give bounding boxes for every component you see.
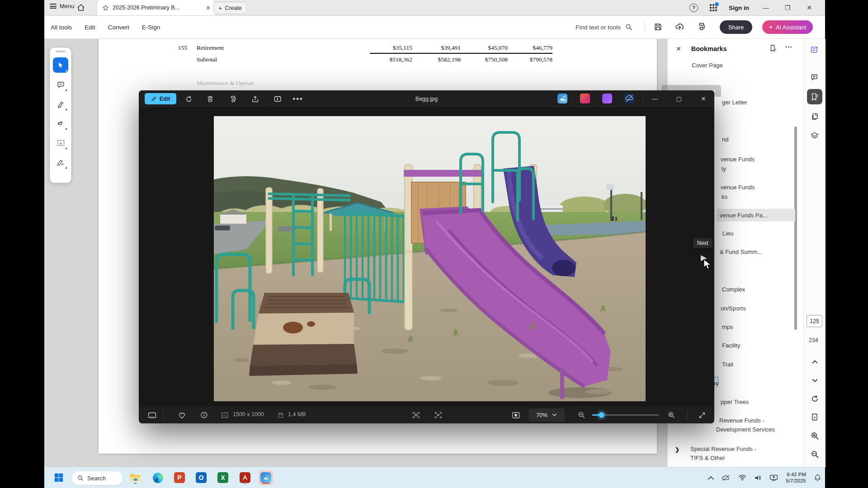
designer-app-icon[interactable] bbox=[580, 94, 590, 103]
text-extract-icon[interactable] bbox=[432, 409, 444, 421]
acrobat-minimize-button[interactable]: — bbox=[761, 4, 771, 11]
slideshow-button[interactable] bbox=[271, 93, 284, 105]
sign-in-button[interactable]: Sign in bbox=[729, 5, 749, 11]
bookmark-item[interactable]: on/Sports bbox=[721, 305, 746, 312]
onedrive-paused-icon[interactable] bbox=[722, 474, 731, 481]
add-bookmark-icon[interactable] bbox=[769, 44, 777, 52]
select-tool-button[interactable] bbox=[53, 57, 68, 73]
apps-waffle-icon[interactable] bbox=[710, 4, 717, 11]
photos-edit-button[interactable]: Edit bbox=[145, 93, 176, 104]
zoom-level-dropdown[interactable]: 70% bbox=[528, 408, 565, 422]
highlight-tool-button[interactable] bbox=[53, 96, 68, 112]
tray-chevron-up-icon[interactable] bbox=[708, 476, 714, 480]
sign-tool-button[interactable] bbox=[53, 155, 68, 170]
help-icon[interactable]: ? bbox=[689, 4, 698, 12]
bookmark-item[interactable]: & Fund Summ... bbox=[720, 249, 762, 255]
convert-tab[interactable]: Convert bbox=[108, 24, 129, 31]
photos-app-icon[interactable] bbox=[557, 94, 567, 103]
bookmark-item[interactable]: TIFS & Other bbox=[690, 455, 725, 461]
pages-icon[interactable] bbox=[807, 109, 822, 124]
zoom-slider-knob[interactable] bbox=[599, 412, 604, 418]
bookmarks-scrollbar[interactable] bbox=[794, 127, 797, 330]
notification-bell-icon[interactable] bbox=[814, 474, 821, 482]
all-tools-tab[interactable]: All tools bbox=[51, 24, 72, 31]
bookmarks-more-icon[interactable]: ⋯ bbox=[785, 42, 793, 51]
ai-summary-icon[interactable] bbox=[807, 42, 822, 57]
bookmark-item[interactable]: ty bbox=[722, 165, 726, 172]
taskbar-file-explorer[interactable] bbox=[128, 470, 142, 485]
bookmark-item[interactable]: Facility bbox=[722, 342, 740, 349]
bookmark-item[interactable]: Complex bbox=[722, 286, 745, 293]
volume-icon[interactable] bbox=[754, 474, 762, 481]
bookmark-item[interactable]: venue Funds bbox=[721, 156, 755, 163]
wifi-icon[interactable] bbox=[738, 474, 746, 481]
page-number-input[interactable]: 125 bbox=[807, 315, 822, 327]
page-down-icon[interactable] bbox=[807, 372, 822, 388]
document-tab[interactable]: 2025-2026 Preliminary B... ✕ bbox=[98, 0, 215, 15]
page-up-icon[interactable] bbox=[807, 354, 822, 370]
bookmarks-close-icon[interactable]: ✕ bbox=[676, 45, 681, 52]
photos-print-button[interactable] bbox=[226, 93, 239, 105]
clipchamp-app-icon[interactable] bbox=[602, 94, 612, 103]
actual-size-icon[interactable] bbox=[807, 409, 822, 425]
taskbar-outlook[interactable]: O bbox=[194, 470, 208, 485]
taskbar-acrobat[interactable] bbox=[238, 470, 252, 485]
bookmark-item-selected[interactable]: venue Funds Pa... bbox=[720, 212, 768, 219]
home-tab-button[interactable] bbox=[73, 2, 89, 13]
taskbar-excel[interactable]: X bbox=[216, 470, 230, 485]
refresh-icon[interactable] bbox=[807, 391, 822, 406]
cloud-upload-button[interactable] bbox=[674, 21, 685, 33]
bookmark-expand-chevron[interactable]: ❯ bbox=[675, 446, 679, 453]
print-button[interactable] bbox=[696, 21, 708, 33]
taskbar-powerpoint[interactable]: P bbox=[172, 470, 187, 485]
taskbar-edge[interactable] bbox=[151, 470, 165, 485]
drag-handle[interactable] bbox=[56, 51, 66, 52]
share-button[interactable]: Share bbox=[720, 20, 752, 34]
acrobat-close-button[interactable]: ✕ bbox=[804, 4, 814, 11]
layers-icon[interactable] bbox=[807, 128, 822, 144]
photos-maximize-button[interactable]: ▢ bbox=[670, 90, 688, 107]
create-button[interactable]: + Create bbox=[213, 2, 247, 14]
bookmark-item[interactable]: venue Funds bbox=[721, 184, 755, 191]
zoom-in-icon[interactable] bbox=[807, 428, 822, 443]
fit-window-icon[interactable] bbox=[509, 409, 522, 421]
ai-assistant-button[interactable]: ✦ AI Assistant bbox=[762, 20, 813, 34]
photos-minimize-button[interactable]: — bbox=[646, 90, 664, 107]
zoom-slider[interactable] bbox=[592, 414, 659, 416]
visual-search-icon[interactable] bbox=[410, 409, 422, 421]
bookmark-item[interactable]: Special Revenue Funds - bbox=[690, 446, 756, 452]
bookmark-item[interactable]: Trail bbox=[722, 361, 733, 368]
taskbar-photos-active[interactable] bbox=[259, 470, 273, 485]
info-icon[interactable] bbox=[198, 409, 210, 421]
zoom-out-icon[interactable] bbox=[807, 446, 822, 462]
bookmark-item[interactable]: Development Services bbox=[716, 426, 775, 433]
menu-button[interactable]: Menu bbox=[50, 3, 75, 9]
onedrive-app-icon[interactable] bbox=[624, 94, 634, 103]
save-button[interactable] bbox=[652, 21, 664, 33]
comments-icon[interactable] bbox=[807, 70, 822, 85]
text-box-tool-button[interactable]: A bbox=[53, 135, 68, 150]
acrobat-restore-button[interactable]: ❐ bbox=[783, 4, 793, 11]
bookmarks-rail-icon[interactable] bbox=[807, 89, 822, 104]
find-tools-button[interactable]: Find text or tools bbox=[576, 21, 632, 33]
edit-tab[interactable]: Edit bbox=[85, 24, 95, 31]
photos-close-button[interactable]: ✕ bbox=[694, 90, 712, 107]
clock[interactable]: 6:42 PM 5/7/2025 bbox=[786, 471, 806, 484]
photos-share-button[interactable] bbox=[249, 93, 261, 105]
photo-begg-jpg[interactable] bbox=[214, 116, 646, 401]
comment-tool-button[interactable] bbox=[53, 77, 68, 92]
esign-tab[interactable]: E-Sign bbox=[142, 24, 160, 31]
start-button[interactable] bbox=[52, 470, 66, 485]
zoom-out-icon[interactable] bbox=[576, 409, 588, 421]
bookmark-item[interactable]: Revenue Funds - bbox=[719, 417, 764, 424]
bookmark-item[interactable]: Cover Page bbox=[692, 62, 723, 69]
bookmark-item[interactable]: pper Trees bbox=[721, 399, 749, 405]
favorite-heart-icon[interactable] bbox=[176, 409, 188, 421]
tray-display-sync-icon[interactable] bbox=[769, 474, 778, 481]
draw-tool-button[interactable] bbox=[53, 116, 68, 131]
taskbar-search[interactable]: Search bbox=[71, 471, 123, 485]
bookmark-item[interactable]: Lieu bbox=[722, 230, 734, 237]
delete-button[interactable] bbox=[204, 93, 217, 105]
bookmark-item[interactable]: ks bbox=[722, 193, 727, 200]
bookmark-item[interactable]: mps bbox=[722, 324, 733, 330]
